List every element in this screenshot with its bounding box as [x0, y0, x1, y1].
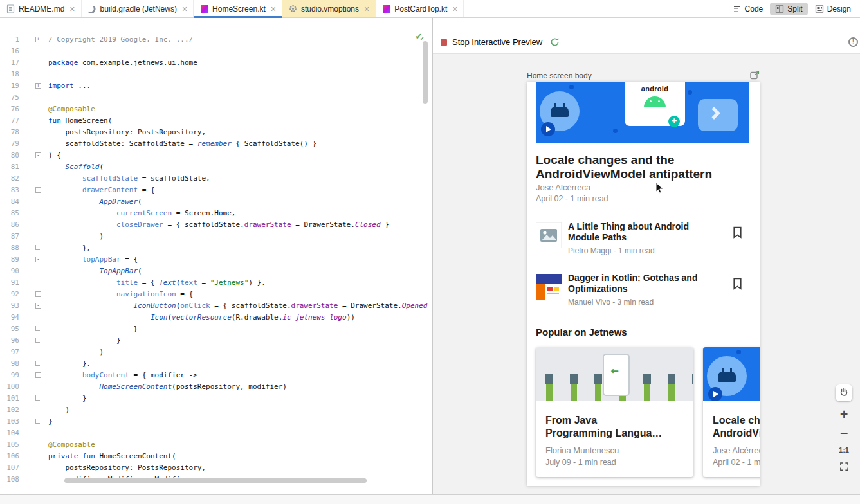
bookmark-icon[interactable] [733, 278, 742, 292]
line-number[interactable]: 79 [0, 138, 19, 150]
line-number[interactable]: 86 [0, 219, 19, 231]
code-line[interactable]: 95 } [0, 323, 432, 335]
line-number[interactable]: 80 [0, 150, 19, 161]
close-icon[interactable]: × [271, 4, 276, 14]
editor-horizontal-scrollbar[interactable] [64, 478, 367, 483]
article-list-item[interactable]: Dagger in Kotlin: Gotchas andOptimizatio… [536, 273, 751, 319]
code-line[interactable]: 88 }, [0, 242, 432, 254]
code-line[interactable]: 98 }, [0, 358, 432, 370]
line-number[interactable]: 92 [0, 289, 19, 300]
line-number[interactable]: 76 [0, 104, 19, 115]
fold-minus-icon[interactable]: - [35, 152, 41, 158]
code-line[interactable]: 106private fun HomeScreenContent( [0, 451, 432, 462]
line-number[interactable]: 94 [0, 312, 19, 323]
code-line[interactable]: 105@Composable [0, 439, 432, 451]
line-number[interactable]: 105 [0, 439, 19, 451]
code-line[interactable]: 75 [0, 92, 432, 104]
code-line[interactable]: 99- bodyContent = { modifier -> [0, 370, 432, 381]
code-line[interactable]: 103} [0, 416, 432, 428]
code-line[interactable]: 76@Composable [0, 104, 432, 115]
code-line[interactable]: 97 ) [0, 346, 432, 358]
line-number[interactable]: 100 [0, 381, 19, 393]
line-number[interactable]: 16 [0, 46, 19, 57]
popular-card[interactable]: From JavaProgramming Langua…Florina Munt… [536, 347, 693, 477]
code-line[interactable]: 86 closeDrawer = { scaffoldState.drawerS… [0, 219, 432, 231]
pan-tool-button[interactable] [836, 384, 852, 401]
code-line[interactable]: 101 } [0, 393, 432, 404]
code-line[interactable]: 18 [0, 69, 432, 80]
line-number[interactable]: 95 [0, 323, 19, 335]
line-number[interactable]: 18 [0, 69, 19, 80]
code-line[interactable]: 87 ) [0, 231, 432, 242]
article-list-item[interactable]: A Little Thing about AndroidModule Paths… [536, 221, 751, 267]
code-line[interactable]: 94 Icon(vectorResource(R.drawable.ic_jet… [0, 312, 432, 323]
line-number[interactable]: 83 [0, 184, 19, 196]
code-line[interactable]: 102 ) [0, 404, 432, 416]
code-line[interactable]: 79 scaffoldState: ScaffoldState = rememb… [0, 138, 432, 150]
fold-minus-icon[interactable]: - [35, 187, 41, 193]
zoom-to-fit-button[interactable] [839, 462, 849, 474]
line-number[interactable]: 78 [0, 127, 19, 138]
code-line[interactable]: 16 [0, 46, 432, 57]
code-line[interactable]: 89- topAppBar = { [0, 254, 432, 266]
code-line[interactable]: 81 Scaffold( [0, 161, 432, 173]
fold-end-icon[interactable] [35, 338, 40, 343]
code-line[interactable]: 77fun HomeScreen( [0, 115, 432, 127]
zoom-out-button[interactable]: − [839, 428, 848, 438]
line-number[interactable]: 81 [0, 161, 19, 173]
fold-end-icon[interactable] [35, 245, 40, 250]
code-line[interactable]: 82 scaffoldState = scaffoldState, [0, 173, 432, 184]
code-line[interactable]: 90 TopAppBar( [0, 266, 432, 277]
zoom-actual-size-button[interactable]: 1:1 [839, 446, 849, 454]
line-number[interactable]: 103 [0, 416, 19, 428]
line-number[interactable]: 104 [0, 428, 19, 439]
line-number[interactable]: 93 [0, 300, 19, 312]
code-line[interactable]: 1+/ Copyright 2019 Google, Inc. .../ [0, 34, 432, 46]
zoom-in-button[interactable]: + [839, 409, 848, 420]
inspections-ok-icon[interactable]: ✔✔ [416, 32, 427, 42]
fold-end-icon[interactable] [35, 361, 40, 366]
line-number[interactable]: 102 [0, 404, 19, 416]
hero-article-title[interactable]: Locale changes and the AndroidViewModel … [536, 153, 712, 181]
code-editor[interactable]: 1+/ Copyright 2019 Google, Inc. .../1617… [0, 18, 432, 494]
code-line[interactable]: 92- navigationIcon = { [0, 289, 432, 300]
fold-end-icon[interactable] [35, 419, 40, 424]
code-line[interactable]: 78 postsRepository: PostsRepository, [0, 127, 432, 138]
line-number[interactable]: 108 [0, 474, 19, 485]
code-line[interactable]: 91 title = { Text(text = "Jetnews") }, [0, 277, 432, 289]
code-line[interactable]: 93- IconButton(onClick = { scaffoldState… [0, 300, 432, 312]
line-number[interactable]: 17 [0, 57, 19, 69]
view-mode-split[interactable]: Split [770, 3, 807, 15]
fold-plus-icon[interactable]: + [35, 37, 41, 42]
fold-minus-icon[interactable]: - [35, 303, 41, 309]
line-number[interactable]: 106 [0, 451, 19, 462]
popular-card[interactable]: android+Locale changes and theAndroidVie… [703, 347, 760, 477]
line-number[interactable]: 98 [0, 358, 19, 370]
editor-tab-studio.vmoptions[interactable]: studio.vmoptions× [282, 0, 376, 17]
line-number[interactable]: 101 [0, 393, 19, 404]
view-mode-design[interactable]: Design [810, 3, 856, 15]
code-line[interactable]: 107 postsRepository: PostsRepository, [0, 462, 432, 474]
code-line[interactable]: 19+import ... [0, 80, 432, 92]
code-line[interactable]: 83- drawerContent = { [0, 184, 432, 196]
line-number[interactable]: 89 [0, 254, 19, 266]
stop-interactive-preview-button[interactable]: Stop Interactive Preview [441, 37, 560, 47]
close-icon[interactable]: × [452, 4, 457, 14]
code-line[interactable]: 17package com.example.jetnews.ui.home [0, 57, 432, 69]
line-number[interactable]: 1 [0, 34, 19, 46]
line-number[interactable]: 90 [0, 266, 19, 277]
fold-end-icon[interactable] [35, 395, 40, 401]
bookmark-icon[interactable] [733, 226, 742, 241]
code-line[interactable]: 80-) { [0, 150, 432, 161]
close-icon[interactable]: × [69, 4, 75, 14]
line-number[interactable]: 107 [0, 462, 19, 474]
line-number[interactable]: 97 [0, 346, 19, 358]
line-number[interactable]: 85 [0, 208, 19, 219]
close-icon[interactable]: × [182, 4, 187, 14]
hero-article-image[interactable]: android+ [536, 82, 749, 143]
line-number[interactable]: 75 [0, 92, 19, 104]
view-mode-code[interactable]: Code [727, 3, 769, 15]
fold-minus-icon[interactable]: - [35, 291, 41, 297]
code-line[interactable]: 96 } [0, 335, 432, 346]
editor-vertical-scrollbar[interactable] [423, 41, 428, 104]
